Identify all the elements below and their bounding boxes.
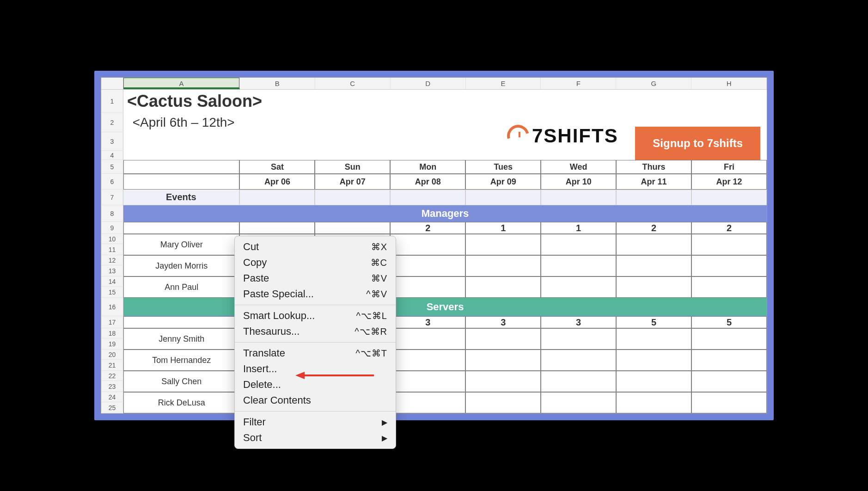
menu-insert[interactable]: Insert... (235, 361, 396, 377)
menu-copy[interactable]: Copy⌘C (235, 255, 396, 270)
menu-shortcut: ^⌘V (366, 288, 387, 300)
mgr-name-2[interactable]: Ann Paul (123, 276, 239, 298)
col-header-f[interactable]: F (541, 78, 616, 89)
menu-thesaurus[interactable]: Thesaurus...^⌥⌘R (235, 324, 396, 339)
srv-count-4[interactable]: 3 (541, 316, 616, 328)
row-header-6[interactable]: 6 (101, 174, 123, 190)
events-label: Events (123, 190, 239, 205)
menu-paste[interactable]: Paste⌘V (235, 270, 396, 286)
row-header-22[interactable]: 22 (101, 371, 123, 381)
mgr-count-5[interactable]: 2 (616, 222, 691, 234)
menu-item-label: Copy (243, 257, 267, 269)
col-header-a[interactable]: A (123, 78, 240, 89)
mgr-name-1[interactable]: Jayden Morris (123, 255, 239, 276)
menu-delete[interactable]: Delete... (235, 377, 396, 393)
signup-button[interactable]: Signup to 7shifts (635, 127, 760, 160)
row-header-17[interactable]: 17 (101, 316, 123, 328)
logo-text: 7SHIFTS (532, 125, 618, 147)
row-header-21[interactable]: 21 (101, 360, 123, 371)
logo-7shifts: 7SHIFTS (507, 125, 618, 147)
day-wed: Wed (541, 160, 616, 174)
day-thurs: Thurs (616, 160, 691, 174)
menu-filter[interactable]: Filter▶ (235, 414, 396, 430)
mgr-count-4[interactable]: 1 (541, 222, 616, 234)
select-all-corner[interactable] (101, 78, 123, 89)
spreadsheet: A B C D E F G H 123456789101112131415161… (101, 77, 767, 414)
srv-name-0[interactable]: Jenny Smith (123, 328, 239, 350)
menu-separator (235, 411, 396, 411)
date-1: Apr 07 (315, 174, 390, 190)
col-header-e[interactable]: E (466, 78, 541, 89)
col-header-g[interactable]: G (616, 78, 691, 89)
menu-shortcut: ⌘V (371, 273, 387, 284)
menu-item-label: Paste (243, 272, 269, 284)
row-header-4[interactable]: 4 (101, 151, 123, 160)
col-header-d[interactable]: D (391, 78, 466, 89)
context-menu[interactable]: Cut⌘XCopy⌘CPaste⌘VPaste Special...^⌘VSma… (234, 236, 396, 449)
menu-item-label: Thesaurus... (243, 325, 300, 338)
srv-name-2[interactable]: Sally Chen (123, 371, 239, 392)
srv-name-1[interactable]: Tom Hernandez (123, 350, 239, 371)
srv-count-6[interactable]: 5 (691, 316, 767, 328)
row-header-1[interactable]: 1 (101, 90, 123, 113)
menu-sort[interactable]: Sort▶ (235, 430, 396, 446)
srv-count-3[interactable]: 3 (465, 316, 541, 328)
menu-item-label: Filter (243, 416, 266, 428)
menu-separator (235, 305, 396, 305)
menu-clear-contents[interactable]: Clear Contents (235, 393, 396, 408)
row-header-23[interactable]: 23 (101, 381, 123, 392)
row-header-13[interactable]: 13 (101, 265, 123, 276)
mgr-count-0[interactable] (239, 222, 315, 234)
menu-item-label: Sort (243, 432, 262, 444)
menu-translate[interactable]: Translate^⌥⌘T (235, 345, 396, 361)
mgr-count-3[interactable]: 1 (465, 222, 541, 234)
date-4: Apr 10 (541, 174, 616, 190)
menu-shortcut: ⌘X (371, 241, 387, 252)
mgr-count-2[interactable]: 2 (390, 222, 465, 234)
srv-count-2[interactable]: 3 (390, 316, 465, 328)
section-managers: Managers (123, 205, 767, 222)
row-header-18[interactable]: 18 (101, 328, 123, 338)
row-header-16[interactable]: 16 (101, 298, 123, 316)
row-header-3[interactable]: 3 (101, 132, 123, 151)
menu-item-label: Insert... (243, 363, 277, 375)
page-subtitle: <April 6th – 12th> (129, 115, 235, 130)
col-header-c[interactable]: C (315, 78, 391, 89)
menu-shortcut: ^⌥⌘T (355, 348, 387, 359)
srv-count-5[interactable]: 5 (616, 316, 691, 328)
menu-paste-special[interactable]: Paste Special...^⌘V (235, 286, 396, 302)
mgr-count-6[interactable]: 2 (691, 222, 767, 234)
row-header-10[interactable]: 10 (101, 234, 123, 244)
mgr-name-0[interactable]: Mary Oliver (123, 234, 239, 255)
row-header-12[interactable]: 12 (101, 255, 123, 265)
row-header-15[interactable]: 15 (101, 287, 123, 298)
cells-area[interactable]: <Cactus Saloon> <April 6th – 12th> (123, 90, 767, 413)
row-header-19[interactable]: 19 (101, 338, 123, 350)
menu-shortcut: ^⌥⌘R (355, 326, 387, 337)
date-3: Apr 09 (465, 174, 541, 190)
row-header-20[interactable]: 20 (101, 350, 123, 360)
col-header-b[interactable]: B (240, 78, 315, 89)
day-fri: Fri (691, 160, 767, 174)
row-header-14[interactable]: 14 (101, 276, 123, 287)
row-header-7[interactable]: 7 (101, 190, 123, 205)
row-header-25[interactable]: 25 (101, 402, 123, 413)
col-header-h[interactable]: H (691, 78, 767, 89)
menu-item-label: Delete... (243, 379, 281, 391)
menu-cut[interactable]: Cut⌘X (235, 239, 396, 255)
menu-item-label: Cut (243, 241, 259, 253)
column-header-row: A B C D E F G H (101, 78, 767, 90)
row-header-2[interactable]: 2 (101, 113, 123, 132)
date-6: Apr 12 (691, 174, 767, 190)
row-header-8[interactable]: 8 (101, 205, 123, 222)
row-header-11[interactable]: 11 (101, 244, 123, 255)
mgr-count-1[interactable] (315, 222, 390, 234)
row-header-24[interactable]: 24 (101, 392, 123, 402)
srv-name-3[interactable]: Rick DeLusa (123, 392, 239, 413)
menu-shortcut: ⌘C (371, 257, 387, 268)
row-header-9[interactable]: 9 (101, 222, 123, 234)
menu-smart-lookup[interactable]: Smart Lookup...^⌥⌘L (235, 308, 396, 324)
chevron-right-icon: ▶ (382, 434, 387, 442)
day-sat: Sat (239, 160, 315, 174)
row-header-5[interactable]: 5 (101, 160, 123, 174)
